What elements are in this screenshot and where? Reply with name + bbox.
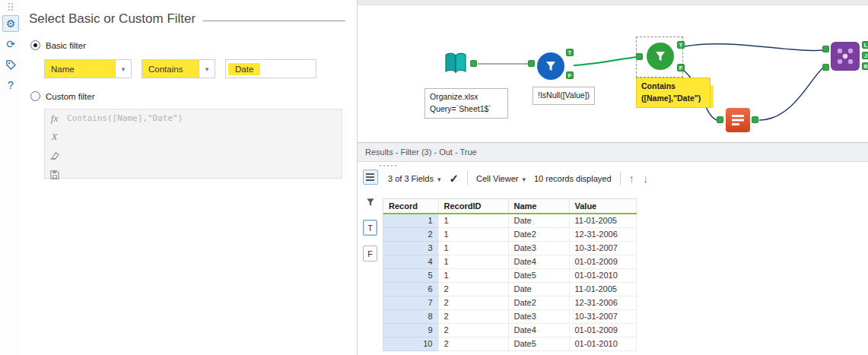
chevron-down-icon: ▾ (437, 176, 441, 183)
table-cell: 2 (438, 309, 508, 323)
grid-view-icon[interactable] (363, 170, 378, 185)
chevron-down-icon[interactable]: ▾ (199, 60, 215, 78)
results-side-rail: T F (358, 170, 383, 261)
input-output-anchor[interactable] (470, 60, 477, 67)
table-cell: 01-01-2009 (569, 323, 636, 337)
table-cell: 1 (383, 214, 438, 227)
toolbar-separator (467, 171, 468, 185)
filter2-input-anchor[interactable] (636, 53, 643, 60)
cell-viewer-dropdown[interactable]: Cell Viewer▾ (476, 174, 526, 183)
table-cell: 2 (438, 337, 508, 350)
filter-tool-contains[interactable] (647, 43, 674, 70)
table-cell: Date4 (508, 323, 569, 337)
table-row[interactable]: 31Date310-31-2007 (383, 241, 636, 255)
join-output-r-anchor[interactable]: R (862, 62, 868, 70)
funnel-icon[interactable] (363, 195, 378, 210)
toolbar-separator (620, 171, 621, 185)
table-row[interactable]: 72Date212-31-2006 (383, 296, 636, 309)
apply-check-icon[interactable]: ✓ (449, 172, 459, 185)
filter2-true-anchor[interactable]: T (677, 41, 685, 49)
table-row[interactable]: 62Date11-01-2005 (383, 282, 636, 296)
field-dropdown-value: Name (45, 60, 115, 78)
results-panel: Results - Filter (3) - Out - True 3 of 3… (357, 142, 868, 355)
true-output-button[interactable]: T (363, 220, 377, 236)
table-cell: 2 (383, 227, 438, 241)
filter1-false-anchor[interactable]: F (566, 71, 574, 79)
help-icon[interactable]: ? (2, 77, 19, 94)
workflow-canvas[interactable]: Organize.xlsx Query=`Sheet1$` T F !IsNul… (357, 0, 868, 142)
fx-icon[interactable]: fx (51, 113, 58, 125)
redtool-input-anchor[interactable] (717, 116, 723, 123)
fields-dropdown-label: 3 of 3 Fields (388, 174, 434, 183)
basic-filter-radio[interactable] (30, 40, 40, 50)
column-header-recordid[interactable]: RecordID (438, 199, 508, 214)
data-tool-red[interactable] (726, 108, 750, 132)
table-row[interactable]: 92Date401-01-2009 (383, 323, 636, 337)
table-cell: Date5 (508, 268, 569, 282)
table-cell: 8 (383, 309, 438, 323)
table-cell: Date5 (508, 337, 569, 350)
column-header-record[interactable]: Record (383, 199, 438, 214)
eraser-icon[interactable] (49, 149, 59, 163)
table-cell: 2 (438, 296, 508, 309)
field-dropdown[interactable]: Name ▾ (44, 59, 132, 78)
column-header-value[interactable]: Value (569, 199, 636, 214)
redtool-output-anchor[interactable] (752, 116, 758, 123)
variable-x-icon[interactable]: X (52, 131, 58, 143)
filter-tool-isnull[interactable] (537, 52, 564, 80)
chevron-down-icon[interactable]: ▾ (115, 60, 131, 78)
table-row[interactable]: 82Date310-31-2007 (383, 309, 636, 323)
results-drag-handle[interactable] (380, 165, 396, 166)
expression-input[interactable]: Contains([Name],"Date") (64, 109, 342, 178)
filter2-false-anchor[interactable]: F (677, 64, 685, 71)
config-side-rail: ⚙ ⟳ ? (0, 0, 21, 355)
table-cell: 01-01-2010 (569, 268, 636, 282)
join-tool[interactable] (831, 42, 860, 71)
table-cell: Date (508, 282, 569, 296)
custom-filter-radio[interactable] (30, 91, 40, 101)
column-header-name[interactable]: Name (508, 199, 569, 214)
table-cell: 1 (438, 214, 508, 227)
table-row[interactable]: 41Date401-01-2009 (383, 255, 636, 268)
cell-viewer-label: Cell Viewer (476, 174, 518, 183)
table-cell: 1 (438, 227, 508, 241)
filter1-true-anchor[interactable]: T (566, 49, 574, 56)
configuration-gear-icon[interactable]: ⚙ (2, 15, 19, 32)
save-icon[interactable] (50, 169, 59, 182)
table-cell: 1 (438, 268, 508, 282)
arrow-down-icon[interactable]: ↓ (643, 172, 649, 185)
rail-drag-handle[interactable] (0, 2, 21, 11)
join-input-left-anchor[interactable] (822, 46, 829, 52)
table-row[interactable]: 51Date501-01-2010 (383, 268, 636, 282)
table-cell: Date3 (508, 309, 569, 323)
join-output-l-anchor[interactable]: L (862, 41, 868, 49)
value-input-text: Date (228, 63, 260, 75)
table-cell: 1 (438, 255, 508, 268)
value-input[interactable]: Date (225, 59, 316, 78)
table-row[interactable]: 11Date11-01-2005 (383, 214, 636, 227)
input-tool-label: Organize.xlsx Query=`Sheet1$` (424, 88, 508, 119)
join-input-right-anchor[interactable] (822, 64, 829, 71)
table-cell: 10-31-2007 (569, 241, 636, 255)
fields-dropdown[interactable]: 3 of 3 Fields▾ (388, 174, 440, 183)
false-output-button[interactable]: F (363, 246, 377, 261)
basic-filter-label: Basic filter (46, 41, 86, 50)
filter1-input-anchor[interactable] (528, 60, 535, 67)
join-output-j-anchor[interactable]: J (862, 52, 868, 59)
input-data-tool[interactable] (443, 50, 469, 79)
filter-configuration-panel: Select Basic or Custom Filter Basic filt… (21, 0, 356, 355)
operator-dropdown[interactable]: Contains ▾ (141, 59, 215, 78)
table-rows-icon (731, 114, 745, 126)
results-toolbar: 3 of 3 Fields▾ ✓ Cell Viewer▾ 10 records… (388, 171, 649, 185)
table-row[interactable]: 102Date501-01-2010 (383, 337, 636, 350)
filter1-label: !IsNull([Value]) (533, 87, 595, 105)
table-row[interactable]: 21Date212-31-2006 (383, 227, 636, 241)
results-table-body: 11Date11-01-200521Date212-31-200631Date3… (383, 214, 636, 350)
tag-icon[interactable] (2, 56, 19, 73)
table-cell: 2 (438, 282, 508, 296)
refresh-icon[interactable]: ⟳ (2, 36, 19, 52)
arrow-up-icon[interactable]: ↑ (629, 172, 635, 185)
table-cell: 11-01-2005 (569, 214, 636, 227)
table-cell: Date2 (508, 296, 569, 309)
table-cell: 1 (438, 241, 508, 255)
